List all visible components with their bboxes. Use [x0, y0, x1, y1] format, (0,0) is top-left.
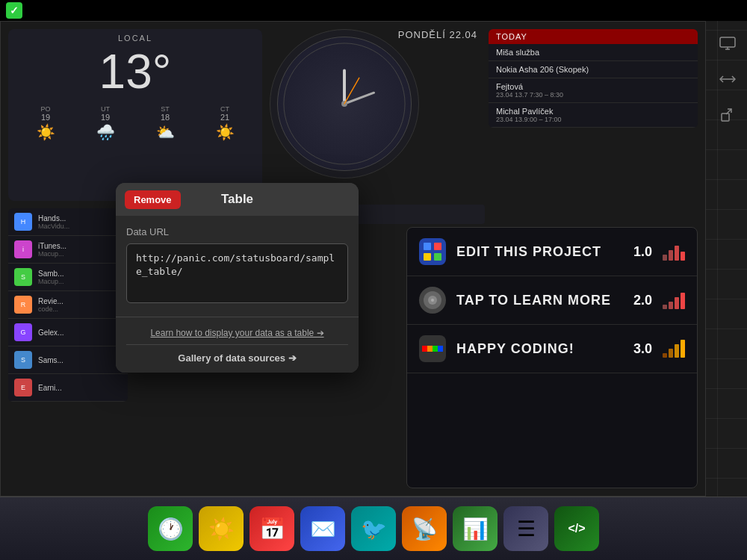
share-icon[interactable] — [714, 102, 741, 128]
app-text-5: Gelex... — [38, 329, 63, 337]
list-dock-icon[interactable]: ☰ — [503, 506, 548, 551]
check-button[interactable]: ✓ — [6, 2, 22, 19]
rss-dock-icon[interactable]: 📡 — [402, 506, 447, 551]
table-data-row-2: TAP TO LEARN MORE 2.0 — [407, 276, 697, 325]
modal-header: Remove Table — [116, 183, 359, 216]
weather-widget: LOCAL 13° PO 19 ☀️ UT 19 🌧️ ST 18 ⛅ CT 2… — [8, 29, 262, 201]
table-data-row-1: EDIT THIS PROJECT 1.0 — [407, 228, 697, 276]
app-text-7: Earni... — [38, 384, 62, 392]
sparkbar-2 — [663, 291, 685, 309]
weather-day-2: UT 19 🌧️ — [96, 105, 115, 143]
brightness-icon: ☀️ — [208, 517, 235, 541]
app-list: H Hands... MacVidu... i iTunes... Macup.… — [8, 208, 128, 402]
clock-dock-icon[interactable]: 🕐 — [148, 506, 193, 551]
svg-rect-16 — [720, 37, 735, 47]
brightness-dock-icon[interactable]: ☀️ — [199, 506, 244, 551]
learn-link[interactable]: Learn how to display your data as a tabl… — [126, 325, 348, 341]
event-item-3: Fejtová 23.04 13.7 7:30 – 8:30 — [489, 78, 698, 103]
events-widget: TODAY Miša služba Nokia Asha 206 (Skopek… — [489, 29, 698, 128]
chart-dock-icon[interactable]: 📊 — [453, 506, 498, 551]
weather-icon-3: ⛅ — [156, 123, 175, 141]
app-icon-7: E — [14, 379, 32, 396]
table-row-icon-1 — [419, 238, 446, 265]
list-item: R Revie... code... — [8, 291, 128, 319]
svg-rect-8 — [434, 253, 441, 261]
twitter-icon: 🐦 — [361, 517, 387, 541]
code-dock-icon[interactable]: </> — [554, 506, 599, 551]
resize-icon[interactable] — [714, 66, 741, 93]
app-icon-5: G — [14, 323, 32, 341]
weather-icon-4: ☀️ — [216, 123, 235, 141]
sparkbar-1 — [663, 243, 685, 261]
svg-rect-20 — [722, 113, 729, 121]
modal-body: Data URL http://panic.com/statusboard/sa… — [116, 216, 359, 317]
modal-footer: Learn how to display your data as a tabl… — [116, 317, 359, 373]
event-item-2: Nokia Asha 206 (Skopek) — [489, 61, 698, 78]
table-row-label-2: TAP TO LEARN MORE — [456, 293, 612, 308]
data-url-input[interactable]: http://panic.com/statusboard/sampl e_tab… — [126, 243, 348, 303]
data-url-label: Data URL — [126, 226, 348, 237]
monitor-icon[interactable] — [714, 30, 741, 57]
app-icon-4: R — [14, 296, 32, 314]
modal-title: Table — [221, 192, 253, 207]
list-item: G Gelex... — [8, 319, 128, 346]
rss-icon: 📡 — [412, 517, 438, 541]
table-row-value-1: 1.0 — [622, 244, 652, 260]
list-item: S Sams... — [8, 346, 128, 374]
day-header: PONDĚLÍ 22.04 — [398, 29, 477, 40]
svg-rect-5 — [424, 243, 431, 250]
events-header: TODAY — [489, 29, 698, 44]
table-data-row-3: HAPPY CODING! 3.0 — [407, 325, 697, 373]
event-item-4: Michal Pavlíček 23.04 13.9:00 – 17:00 — [489, 103, 698, 128]
sparkbar-3 — [663, 340, 685, 358]
chart-icon: 📊 — [462, 517, 489, 541]
calendar-icon: 📅 — [259, 517, 285, 541]
weather-day-3: ST 18 ⛅ — [156, 105, 175, 143]
svg-rect-6 — [434, 243, 441, 250]
list-item: i iTunes... Macup... — [8, 236, 128, 264]
weather-day-1: PO 19 ☀️ — [37, 105, 55, 143]
table-modal: Remove Table Data URL http://panic.com/s… — [116, 183, 359, 373]
top-bar: ✓ — [0, 0, 747, 21]
table-row-label-1: EDIT THIS PROJECT — [456, 244, 612, 260]
remove-button[interactable]: Remove — [125, 190, 181, 209]
clock-svg — [278, 37, 411, 170]
svg-rect-7 — [424, 253, 431, 261]
app-icon-2: i — [14, 240, 32, 258]
app-text-1: Hands... MacVidu... — [38, 214, 69, 230]
weather-days: PO 19 ☀️ UT 19 🌧️ ST 18 ⛅ CT 21 ☀️ — [8, 99, 262, 149]
twitter-dock-icon[interactable]: 🐦 — [351, 506, 396, 551]
calendar-dock-icon[interactable]: 📅 — [249, 506, 294, 551]
list-icon: ☰ — [517, 517, 536, 541]
svg-rect-15 — [438, 346, 443, 352]
code-icon: </> — [568, 522, 585, 535]
table-row-label-3: HAPPY CODING! — [456, 341, 612, 357]
right-sidebar — [714, 30, 741, 128]
clock-icon: 🕐 — [158, 517, 184, 541]
table-data-widget: EDIT THIS PROJECT 1.0 TAP TO LEARN MORE … — [406, 227, 698, 488]
list-item: E Earni... — [8, 374, 128, 402]
bottom-dock: 🕐 ☀️ 📅 ✉️ 🐦 📡 📊 ☰ </> — [0, 497, 747, 560]
app-icon-6: S — [14, 351, 32, 369]
weather-temperature: 13° — [8, 44, 262, 99]
table-row-icon-2 — [419, 287, 446, 314]
gallery-link[interactable]: Gallery of data sources ➔ — [126, 348, 348, 365]
svg-point-11 — [431, 299, 434, 302]
table-row-value-2: 2.0 — [622, 293, 652, 308]
app-text-6: Sams... — [38, 356, 63, 364]
svg-rect-13 — [427, 346, 433, 352]
clock-face — [277, 37, 412, 171]
app-text-2: iTunes... Macup... — [38, 242, 66, 258]
weather-location: LOCAL — [8, 29, 262, 44]
app-icon-1: H — [14, 213, 32, 231]
list-item: S Samb... Macup... — [8, 264, 128, 291]
svg-rect-14 — [433, 346, 438, 352]
svg-line-2 — [344, 93, 374, 104]
event-item-1: Miša služba — [489, 44, 698, 61]
mail-icon: ✉️ — [310, 517, 336, 541]
app-text-4: Revie... code... — [38, 297, 63, 313]
table-row-icon-3 — [419, 335, 446, 362]
list-item: H Hands... MacVidu... — [8, 208, 128, 236]
svg-rect-12 — [422, 346, 427, 352]
mail-dock-icon[interactable]: ✉️ — [300, 506, 345, 551]
